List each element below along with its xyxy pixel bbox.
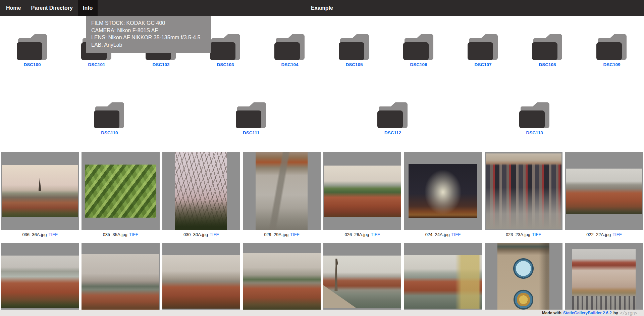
tiff-link[interactable]: TIFF	[48, 232, 57, 243]
tiff-link[interactable]: TIFF	[532, 232, 541, 243]
info-tooltip: FILM STOCK: KODAK GC 400 CAMERA: Nikon F…	[86, 16, 211, 53]
gallery-item-row2-2	[82, 243, 159, 316]
folder-dsc105[interactable]: DSC105	[322, 16, 386, 84]
photo-cathedral-night	[409, 164, 477, 218]
gallery-item-030-30a: 030_30A.jpgTIFF	[162, 152, 240, 243]
photo-bridge-statue-river	[323, 256, 401, 308]
thumbnail-row2-8[interactable]	[565, 243, 643, 316]
photo-crowd-street	[486, 153, 561, 229]
folder-icon	[236, 102, 267, 129]
footer-bar: Made with StaticGalleryBuilder 2.6.2 by …	[0, 310, 644, 316]
gallery-item-029-29a: 029_29A.jpgTIFF	[243, 152, 321, 243]
thumbnail-029-29a[interactable]	[243, 152, 321, 230]
folder-label: DSC106	[410, 62, 427, 67]
folder-icon	[339, 34, 370, 61]
gallery-item-row2-4	[243, 243, 321, 316]
thumbnail-row2-3[interactable]	[162, 243, 240, 316]
gallery-item-026-26a: 026_26A.jpgTIFF	[323, 152, 401, 243]
photo-castle-over-river	[404, 255, 482, 309]
thumbnail-026-26a[interactable]	[323, 152, 401, 230]
footer-by-label: by	[613, 311, 618, 315]
gallery-item-036-36a: 036_36A.jpgTIFF	[1, 152, 79, 243]
tiff-link[interactable]: TIFF	[612, 232, 622, 243]
folder-label: DSC101	[88, 62, 105, 67]
photo-old-town-square	[572, 249, 636, 315]
photo-rooftops-street	[243, 253, 321, 310]
folder-icon	[210, 34, 241, 61]
gallery-item-row2-1	[1, 243, 79, 316]
thumbnail-024-24a[interactable]	[404, 152, 482, 230]
folder-label: DSC111	[243, 130, 260, 135]
folder-label: DSC110	[101, 130, 118, 135]
folder-icon	[519, 102, 550, 129]
thumbnail-grid: 036_36A.jpgTIFF 035_35A.jpgTIFF 030_30A.…	[0, 152, 644, 316]
thumbnail-row2-7[interactable]	[485, 243, 562, 316]
photo-astronomical-clock	[497, 243, 549, 316]
folder-label: DSC100	[23, 62, 41, 67]
folder-icon	[532, 34, 563, 61]
nav-item-home[interactable]: Home	[1, 0, 26, 16]
folder-label: DSC113	[526, 130, 543, 135]
folder-icon	[596, 34, 627, 61]
thumbnail-023-23a[interactable]	[485, 152, 562, 230]
folder-icon	[377, 102, 408, 129]
photo-green-foliage	[85, 165, 156, 218]
nav-item-info[interactable]: Info	[78, 0, 98, 16]
folder-dsc112[interactable]: DSC112	[361, 84, 425, 152]
filename-label: 036_36A.jpg	[22, 232, 47, 243]
folder-dsc110[interactable]: DSC110	[77, 84, 142, 152]
thumbnail-row2-4[interactable]	[243, 243, 321, 316]
footer-period: .	[639, 311, 640, 315]
gallery-item-row2-3	[162, 243, 240, 316]
thumbnail-030-30a[interactable]	[162, 152, 240, 230]
folder-dsc100[interactable]: DSC100	[0, 16, 64, 84]
folder-label: DSC103	[217, 62, 234, 67]
photo-square-from-above	[256, 152, 308, 230]
thumbnail-035-35a[interactable]	[82, 152, 159, 230]
tooltip-line-lab: LAB: AnyLab	[91, 41, 206, 49]
folder-label: DSC108	[539, 62, 556, 67]
tiff-link[interactable]: TIFF	[451, 232, 461, 243]
folder-label: DSC104	[281, 62, 298, 67]
photo-city-panorama-spire	[2, 165, 78, 217]
folder-icon	[94, 102, 125, 129]
gallery-page: { "nav": { "items": [ { "label": "Home" …	[0, 0, 644, 316]
tiff-link[interactable]: TIFF	[129, 232, 138, 243]
tiff-link[interactable]: TIFF	[371, 232, 380, 243]
filename-label: 030_30A.jpg	[183, 232, 208, 243]
photo-bare-tree-city	[175, 152, 227, 230]
nav-item-parent-directory[interactable]: Parent Directory	[26, 0, 78, 16]
folder-label: DSC112	[384, 130, 401, 135]
thumbnail-row2-1[interactable]	[1, 243, 79, 316]
srgn-brand-logo: </srgn>	[620, 310, 637, 316]
folder-dsc109[interactable]: DSC109	[580, 16, 644, 84]
tooltip-line-lens: LENS: Nikon AF NIKKOR 35-135mm f/3.5-4.5	[91, 34, 206, 41]
folder-dsc108[interactable]: DSC108	[515, 16, 580, 84]
tooltip-line-film-stock: FILM STOCK: KODAK GC 400	[91, 19, 206, 27]
static-gallery-builder-link[interactable]: StaticGalleryBuilder 2.6.2	[563, 311, 612, 315]
folder-dsc107[interactable]: DSC107	[451, 16, 515, 84]
gallery-item-035-35a: 035_35A.jpgTIFF	[82, 152, 159, 243]
filename-label: 029_29A.jpg	[264, 232, 288, 243]
photo-city-rooftop-panorama	[162, 255, 240, 309]
thumbnail-022-22a[interactable]	[565, 152, 643, 230]
folder-icon	[468, 34, 498, 61]
tiff-link[interactable]: TIFF	[290, 232, 299, 243]
thumbnail-036-36a[interactable]	[1, 152, 79, 230]
thumbnail-row2-5[interactable]	[323, 243, 401, 316]
folder-dsc106[interactable]: DSC106	[386, 16, 451, 84]
folder-label: DSC109	[603, 62, 620, 67]
gallery-item-row2-6	[404, 243, 482, 316]
gallery-item-row2-5	[323, 243, 401, 316]
top-nav: Home Parent Directory Info Example	[0, 0, 644, 16]
folder-icon	[274, 34, 305, 61]
photo-castle-rooftops	[1, 256, 79, 308]
folder-dsc104[interactable]: DSC104	[258, 16, 322, 84]
gallery-item-024-24a: 024_24A.jpgTIFF	[404, 152, 482, 243]
thumbnail-row2-6[interactable]	[404, 243, 482, 316]
tiff-link[interactable]: TIFF	[210, 232, 219, 243]
folder-dsc111[interactable]: DSC111	[219, 84, 283, 152]
folder-dsc113[interactable]: DSC113	[502, 84, 567, 152]
thumbnail-row2-2[interactable]	[82, 243, 159, 316]
filename-label: 024_24A.jpg	[425, 232, 450, 243]
